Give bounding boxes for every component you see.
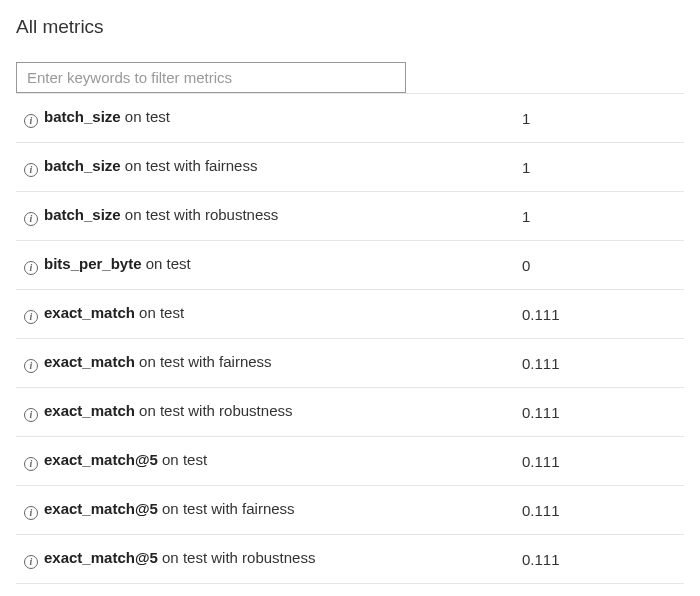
- metric-suffix: on test: [121, 108, 170, 125]
- metric-name: batch_size: [44, 206, 121, 223]
- table-row: ibatch_size on test with fairness1: [16, 143, 684, 192]
- metric-name: exact_match: [44, 402, 135, 419]
- metric-value: 1: [514, 94, 684, 143]
- info-icon[interactable]: i: [24, 310, 38, 324]
- table-row: ibatch_size on test1: [16, 94, 684, 143]
- page-title: All metrics: [16, 16, 684, 38]
- info-icon[interactable]: i: [24, 261, 38, 275]
- metrics-panel: All metrics ibatch_size on test1ibatch_s…: [0, 0, 700, 596]
- metric-cell: ibatch_size on test with robustness: [16, 192, 514, 241]
- metric-cell: iexact_match on test with fairness: [16, 339, 514, 388]
- table-row: ibits_per_byte on test0: [16, 241, 684, 290]
- metric-cell: iexact_match on test with robustness: [16, 388, 514, 437]
- info-icon[interactable]: i: [24, 457, 38, 471]
- table-row: iexact_match@5 on test0.111: [16, 437, 684, 486]
- metric-name: batch_size: [44, 157, 121, 174]
- metric-suffix: on test with robustness: [135, 402, 293, 419]
- info-icon[interactable]: i: [24, 359, 38, 373]
- metric-value: 0.111: [514, 290, 684, 339]
- table-row: iexact_match@5 on test with fairness0.11…: [16, 486, 684, 535]
- metric-value: 0.111: [514, 339, 684, 388]
- metric-suffix: on test with robustness: [158, 549, 316, 566]
- metric-name: exact_match@5: [44, 500, 158, 517]
- metric-value: 0.111: [514, 388, 684, 437]
- metric-cell: ibatch_size on test: [16, 94, 514, 143]
- info-icon[interactable]: i: [24, 212, 38, 226]
- table-row: iexact_match@5 on test with robustness0.…: [16, 535, 684, 584]
- metric-value: 0.111: [514, 535, 684, 584]
- info-icon[interactable]: i: [24, 506, 38, 520]
- metric-cell: ibatch_size on test with fairness: [16, 143, 514, 192]
- metric-suffix: on test: [135, 304, 184, 321]
- table-row: ibatch_size on test with robustness1: [16, 192, 684, 241]
- metric-suffix: on test with fairness: [135, 353, 272, 370]
- info-icon[interactable]: i: [24, 114, 38, 128]
- metric-name: exact_match: [44, 353, 135, 370]
- filter-row: [16, 62, 684, 94]
- info-icon[interactable]: i: [24, 408, 38, 422]
- metric-suffix: on test with fairness: [121, 157, 258, 174]
- metric-cell: iexact_match on test: [16, 290, 514, 339]
- metric-name: batch_size: [44, 108, 121, 125]
- info-icon[interactable]: i: [24, 163, 38, 177]
- info-icon[interactable]: i: [24, 555, 38, 569]
- filter-cell: [16, 62, 684, 94]
- metric-cell: iexact_match@5 on test with fairness: [16, 486, 514, 535]
- metric-cell: ibits_per_byte on test: [16, 241, 514, 290]
- table-row: iexact_match on test with robustness0.11…: [16, 388, 684, 437]
- metric-suffix: on test with fairness: [158, 500, 295, 517]
- metric-suffix: on test: [158, 451, 207, 468]
- metric-cell: iexact_match@5 on test: [16, 437, 514, 486]
- metric-name: exact_match@5: [44, 549, 158, 566]
- metric-value: 1: [514, 143, 684, 192]
- metric-name: exact_match@5: [44, 451, 158, 468]
- metrics-table: ibatch_size on test1ibatch_size on test …: [16, 62, 684, 596]
- table-row: ifinish_reason_endoftext on test0: [16, 584, 684, 597]
- metric-suffix: on test: [142, 255, 191, 272]
- table-row: iexact_match on test with fairness0.111: [16, 339, 684, 388]
- table-row: iexact_match on test0.111: [16, 290, 684, 339]
- metric-value: 0.111: [514, 437, 684, 486]
- metric-value: 1: [514, 192, 684, 241]
- metric-name: exact_match: [44, 304, 135, 321]
- metric-suffix: on test with robustness: [121, 206, 279, 223]
- metric-cell: iexact_match@5 on test with robustness: [16, 535, 514, 584]
- metric-value: 0.111: [514, 486, 684, 535]
- metric-value: 0: [514, 584, 684, 597]
- metrics-tbody: ibatch_size on test1ibatch_size on test …: [16, 62, 684, 596]
- metric-name: bits_per_byte: [44, 255, 142, 272]
- metric-cell: ifinish_reason_endoftext on test: [16, 584, 514, 597]
- metrics-filter-input[interactable]: [16, 62, 406, 93]
- metric-value: 0: [514, 241, 684, 290]
